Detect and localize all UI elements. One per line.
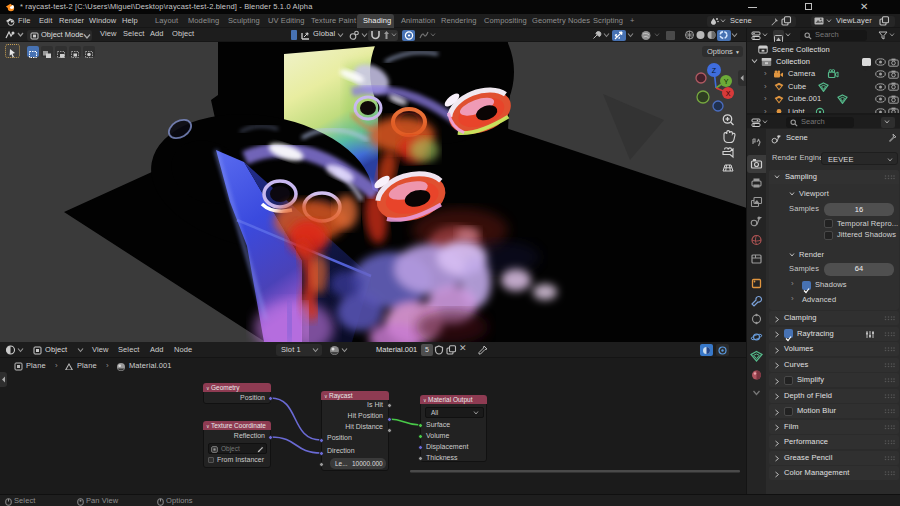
svg-text:X: X bbox=[726, 90, 731, 97]
svg-text:Y: Y bbox=[724, 78, 729, 85]
svg-text:Z: Z bbox=[712, 67, 717, 74]
